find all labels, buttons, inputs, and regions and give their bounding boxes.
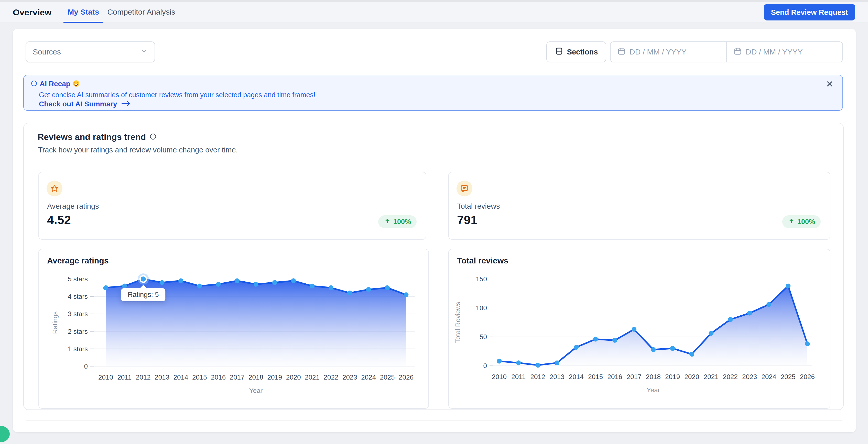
- badge-value: 100%: [393, 218, 411, 226]
- svg-text:2025: 2025: [380, 373, 395, 381]
- chat-widget-button[interactable]: [0, 426, 10, 442]
- calendar-icon: [617, 47, 626, 57]
- tab-my-stats[interactable]: My Stats: [63, 2, 103, 23]
- ai-summary-link[interactable]: Check out AI Summary: [39, 100, 131, 108]
- up-arrow-icon: [384, 217, 391, 226]
- stat-card-average-ratings: Average ratings 4.52 100%: [38, 172, 426, 240]
- sections-button-label: Sections: [567, 48, 598, 56]
- date-range-picker: DD / MM / YYYY DD / MM / YYYY: [610, 41, 843, 62]
- main-container: Sources Sections DD / MM / YYYY: [13, 29, 856, 432]
- svg-text:2016: 2016: [608, 373, 622, 381]
- chart-card-total-reviews: Total reviews 05010015020102011201220132…: [448, 249, 830, 409]
- svg-text:5 stars: 5 stars: [68, 275, 88, 283]
- svg-text:Ratings: Ratings: [51, 311, 59, 334]
- svg-text:0: 0: [484, 362, 487, 370]
- tab-my-stats-label: My Stats: [67, 8, 99, 17]
- svg-text:2015: 2015: [192, 373, 207, 381]
- svg-text:2014: 2014: [174, 373, 188, 381]
- svg-text:2019: 2019: [267, 373, 282, 381]
- svg-text:2019: 2019: [665, 373, 680, 381]
- svg-text:2013: 2013: [155, 373, 169, 381]
- svg-text:1 stars: 1 stars: [68, 345, 88, 353]
- section-title-row: Reviews and ratings trend: [38, 132, 157, 142]
- svg-text:50: 50: [479, 333, 487, 341]
- ai-recap-title-row: AI Recap: [31, 80, 80, 88]
- tab-competitor-analysis[interactable]: Competitor Analysis: [103, 2, 179, 23]
- svg-text:2017: 2017: [230, 373, 245, 381]
- svg-text:2024: 2024: [361, 373, 376, 381]
- chart-title: Average ratings: [47, 256, 109, 265]
- total-reviews-chart[interactable]: 0501001502010201120122013201420152016201…: [449, 267, 831, 405]
- stat-label: Total reviews: [457, 202, 500, 211]
- date-start-input[interactable]: DD / MM / YYYY: [611, 42, 726, 62]
- svg-text:4 stars: 4 stars: [68, 293, 88, 300]
- chevron-down-icon: [140, 47, 148, 57]
- next-section-divider: [26, 420, 842, 421]
- stat-value: 791: [457, 213, 477, 227]
- ai-recap-description: Get concise AI summaries of customer rev…: [39, 91, 315, 99]
- svg-text:Total Reviews: Total Reviews: [454, 302, 462, 343]
- svg-text:2013: 2013: [550, 373, 564, 381]
- svg-text:2017: 2017: [627, 373, 642, 381]
- svg-text:2016: 2016: [211, 373, 226, 381]
- svg-text:2021: 2021: [305, 373, 320, 381]
- svg-text:2012: 2012: [530, 373, 545, 381]
- window-top-strip: [0, 0, 868, 2]
- up-arrow-icon: [788, 217, 795, 226]
- svg-text:2020: 2020: [684, 373, 700, 381]
- sections-button[interactable]: Sections: [546, 41, 606, 62]
- ai-recap-title: AI Recap: [40, 80, 70, 88]
- section-title: Reviews and ratings trend: [38, 132, 146, 142]
- date-start-placeholder: DD / MM / YYYY: [629, 47, 687, 56]
- chart-title: Total reviews: [457, 256, 508, 265]
- svg-text:2010: 2010: [98, 373, 113, 381]
- svg-text:2025: 2025: [781, 373, 796, 381]
- trend-section-card: Reviews and ratings trend Track how your…: [23, 123, 844, 410]
- top-nav-bar: Overview My Stats Competitor Analysis Se…: [0, 2, 868, 23]
- svg-text:2018: 2018: [248, 373, 263, 381]
- svg-text:2023: 2023: [742, 373, 757, 381]
- ai-recap-banner: AI Recap Get concise AI summaries of cus…: [23, 75, 843, 111]
- svg-text:2022: 2022: [723, 373, 738, 381]
- date-end-input[interactable]: DD / MM / YYYY: [727, 42, 842, 62]
- info-icon[interactable]: [150, 133, 157, 141]
- tab-competitor-analysis-label: Competitor Analysis: [107, 8, 175, 17]
- sources-select-placeholder: Sources: [33, 47, 61, 56]
- svg-text:150: 150: [476, 275, 487, 283]
- svg-text:2015: 2015: [588, 373, 603, 381]
- banner-close-button[interactable]: [824, 79, 835, 90]
- svg-text:2021: 2021: [704, 373, 718, 381]
- stat-value: 4.52: [47, 213, 71, 227]
- star-icon: [46, 181, 62, 196]
- svg-text:2022: 2022: [324, 373, 339, 381]
- sources-select[interactable]: Sources: [26, 41, 155, 62]
- svg-text:Year: Year: [249, 387, 263, 394]
- ai-summary-link-label: Check out AI Summary: [39, 100, 117, 108]
- date-end-placeholder: DD / MM / YYYY: [746, 47, 803, 56]
- svg-text:2 stars: 2 stars: [68, 328, 88, 335]
- svg-text:3 stars: 3 stars: [68, 310, 88, 318]
- arrow-right-icon: [121, 100, 131, 108]
- svg-text:2011: 2011: [511, 373, 526, 381]
- svg-text:2018: 2018: [646, 373, 661, 381]
- svg-text:2026: 2026: [399, 373, 413, 381]
- send-review-request-button[interactable]: Send Review Request: [764, 4, 855, 21]
- page: Overview My Stats Competitor Analysis Se…: [0, 0, 868, 444]
- svg-text:2014: 2014: [569, 373, 584, 381]
- chat-icon: [457, 181, 472, 196]
- svg-text:Year: Year: [647, 386, 660, 394]
- svg-text:2020: 2020: [286, 373, 301, 381]
- calendar-icon: [734, 47, 742, 57]
- page-title: Overview: [13, 7, 52, 18]
- chart-tooltip: Ratings: 5: [121, 288, 165, 301]
- svg-text:2026: 2026: [800, 373, 815, 381]
- svg-text:100: 100: [476, 304, 487, 312]
- svg-text:2012: 2012: [136, 373, 151, 381]
- stat-card-total-reviews: Total reviews 791 100%: [448, 172, 830, 240]
- trend-badge: 100%: [782, 215, 821, 228]
- svg-text:2011: 2011: [117, 373, 131, 381]
- star-struck-emoji-icon: [73, 80, 80, 88]
- trend-badge: 100%: [378, 215, 416, 228]
- close-icon: [826, 80, 834, 89]
- average-ratings-chart[interactable]: 01 stars2 stars3 stars4 stars5 stars2010…: [39, 267, 429, 405]
